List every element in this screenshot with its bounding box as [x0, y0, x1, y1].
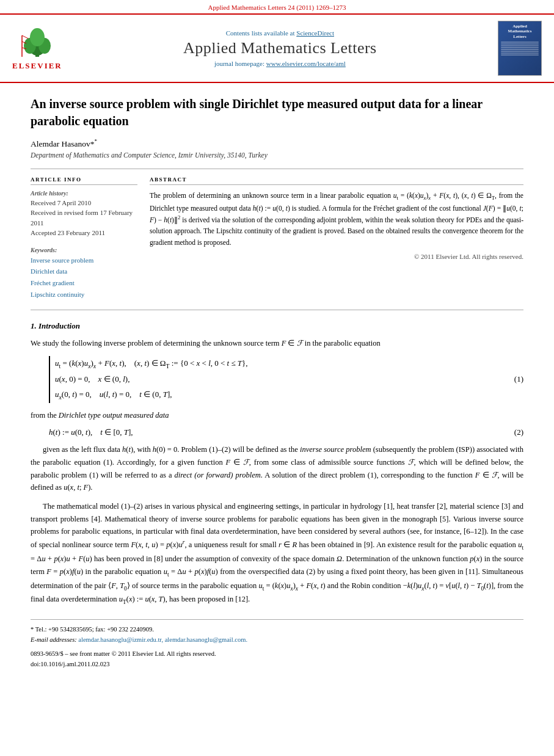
eq1-line1: ut = (k(x)ux)x + F(x, t), (x, t) ∈ ΩT :=… — [55, 356, 248, 372]
footnote-star: * Tel.: +90 5342835695; fax: +90 232 224… — [31, 625, 523, 635]
footnote-doi: doi:10.1016/j.aml.2011.02.023 — [31, 660, 523, 670]
article-content: An inverse source problem with single Di… — [0, 95, 554, 670]
article-title: An inverse source problem with single Di… — [31, 95, 523, 129]
article-info-column: ARTICLE INFO Article history: Received 7… — [31, 176, 137, 300]
journal-center-info: Contents lists available at ScienceDirec… — [62, 29, 498, 67]
section-divider-2 — [31, 310, 523, 310]
history-label: Article history: — [31, 190, 137, 197]
elsevier-wordmark: ELSEVIER — [12, 61, 62, 71]
accepted-date: Accepted 23 February 2011 — [31, 228, 137, 238]
equation-2-content: h(t) := u(0, t), t ∈ [0, T], — [49, 427, 499, 437]
author-name: Alemdar Hasanov** — [31, 138, 523, 149]
revised-date: Received in revised form 17 February 201… — [31, 208, 137, 228]
keywords-label: Keywords: — [31, 247, 137, 253]
keyword-2: Dirichlet data — [31, 266, 137, 277]
keyword-4: Lipschitz continuity — [31, 289, 137, 300]
received-date: Received 7 April 2010 — [31, 198, 137, 208]
from-text: from the Dirichlet type output measured … — [31, 409, 523, 422]
section-1-heading: 1. Introduction — [31, 321, 523, 331]
footnote-section: * Tel.: +90 5342835695; fax: +90 232 224… — [31, 619, 523, 669]
equation-2-number: (2) — [499, 427, 523, 437]
homepage-link[interactable]: journal homepage: www.elsevier.com/locat… — [62, 60, 498, 67]
keywords-list: Inverse source problem Dirichlet data Fr… — [31, 255, 137, 300]
svg-line-6 — [22, 35, 28, 38]
section1-para1: We study the following inverse problem o… — [31, 337, 523, 350]
eq1-line2: u(x, 0) = 0, x ∈ (0, l), — [55, 372, 248, 387]
equation-1-block: ut = (k(x)ux)x + F(x, t), (x, t) ∈ ΩT :=… — [49, 356, 523, 403]
equation-1-content: ut = (k(x)ux)x + F(x, t), (x, t) ∈ ΩT :=… — [49, 356, 499, 403]
elsevier-logo: ELSEVIER — [12, 26, 62, 71]
abstract-text: The problem of determining an unknown so… — [150, 190, 523, 248]
footnote-issn: 0893-9659/$ – see front matter © 2011 El… — [31, 649, 523, 660]
sciencedirect-link[interactable]: Contents lists available at ScienceDirec… — [62, 29, 498, 37]
equation-2-block: h(t) := u(0, t), t ∈ [0, T], (2) — [49, 427, 523, 437]
section1-para3: The mathematical model (1)–(2) arises in… — [31, 500, 523, 608]
eq1-line3: ux(0, t) = 0, u(l, t) = 0, t ∈ (0, T], — [55, 387, 248, 403]
abstract-column: ABSTRACT The problem of determining an u… — [150, 176, 523, 300]
journal-cover-thumbnail: AppliedMathematicsLetters — [498, 21, 542, 76]
equation-1-number: (1) — [499, 374, 523, 384]
author-affiliation: Department of Mathematics and Computer S… — [31, 151, 523, 159]
article-info-heading: ARTICLE INFO — [31, 176, 137, 185]
journal-title: Applied Mathematics Letters — [62, 39, 498, 57]
equation-system-1: ut = (k(x)ux)x + F(x, t), (x, t) ∈ ΩT :=… — [49, 356, 248, 403]
info-abstract-columns: ARTICLE INFO Article history: Received 7… — [31, 176, 523, 300]
journal-reference: Applied Mathematics Letters 24 (2011) 12… — [0, 0, 554, 15]
abstract-heading: ABSTRACT — [150, 176, 523, 185]
svg-point-4 — [30, 28, 45, 46]
section-divider — [31, 169, 523, 169]
journal-banner: ELSEVIER Contents lists available at Sci… — [0, 15, 554, 83]
keyword-1: Inverse source problem — [31, 255, 137, 266]
keyword-3: Fréchet gradient — [31, 277, 137, 289]
footnote-email: E-mail addresses: alemdar.hasanoglu@izmi… — [31, 635, 523, 645]
copyright-notice: © 2011 Elsevier Ltd. All rights reserved… — [150, 253, 523, 260]
section1-para2: given as the left flux data h(t), with h… — [31, 443, 523, 494]
